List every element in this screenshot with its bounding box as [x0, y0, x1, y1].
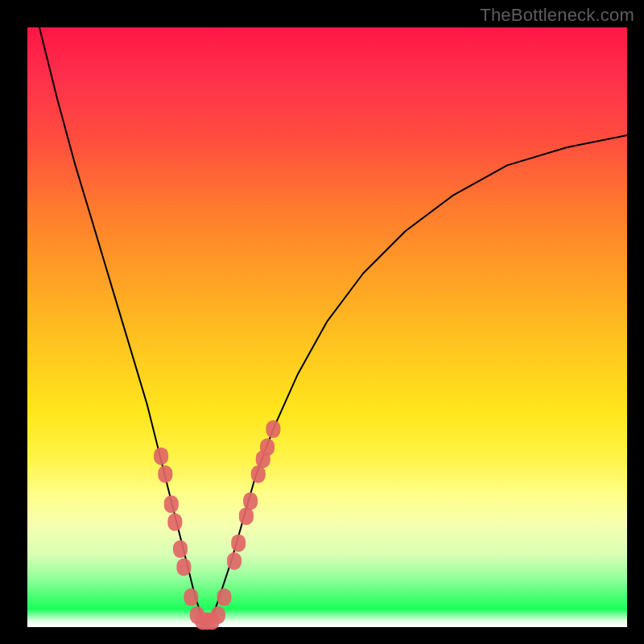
marker-dot	[217, 588, 231, 606]
curve-path	[39, 27, 627, 621]
marker-dot	[154, 448, 168, 465]
marker-dot	[239, 507, 254, 525]
marker-dot	[266, 420, 280, 438]
marker-dot	[243, 493, 258, 510]
marker-dot	[173, 540, 188, 558]
marker-dot	[260, 439, 275, 456]
marker-dot	[158, 465, 172, 483]
marker-dot	[231, 535, 246, 552]
watermark-text: TheBottleneck.com	[480, 5, 634, 26]
bottleneck-curve	[27, 27, 627, 627]
marker-dot	[184, 588, 198, 606]
marker-dot	[227, 552, 242, 570]
plot-area	[27, 27, 627, 627]
marker-dot	[167, 514, 182, 531]
marker-dot	[164, 495, 179, 513]
marker-dot	[176, 559, 191, 576]
marker-dot	[211, 606, 225, 624]
chart-frame: TheBottleneck.com	[0, 0, 644, 644]
